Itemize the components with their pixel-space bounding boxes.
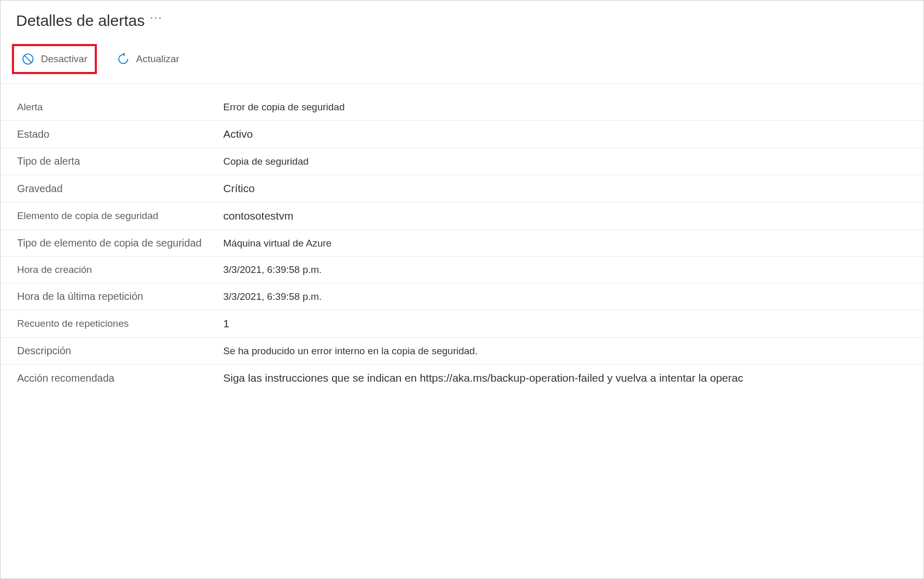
detail-value-last-repeat: 3/3/2021, 6:39:58 p.m. <box>218 291 322 302</box>
refresh-icon <box>117 52 130 66</box>
detail-label-backup-item: Elemento de copia de seguridad <box>1 210 218 222</box>
detail-row-backup-item: Elemento de copia de seguridad contosote… <box>1 202 923 230</box>
detail-value-state: Activo <box>218 128 253 140</box>
detail-value-alert-type: Copia de seguridad <box>218 156 309 167</box>
detail-row-recommended-action: Acción recomendada Siga las instruccione… <box>1 365 923 392</box>
detail-value-recommended-action: Siga las instrucciones que se indican en… <box>218 372 743 384</box>
detail-label-backup-item-type: Tipo de elemento de copia de seguridad <box>1 237 218 249</box>
page-title-text: Detalles de alertas <box>16 12 145 30</box>
detail-label-alert-type: Tipo de alerta <box>1 155 218 167</box>
detail-label-repeat-count: Recuento de repeticiones <box>1 318 218 329</box>
detail-row-state: Estado Activo <box>1 121 923 148</box>
detail-value-description: Se ha producido un error interno en la c… <box>218 345 478 357</box>
detail-value-creation-time: 3/3/2021, 6:39:58 p.m. <box>218 264 322 276</box>
detail-row-repeat-count: Recuento de repeticiones 1 <box>1 310 923 338</box>
detail-row-alert: Alerta Error de copia de seguridad <box>1 94 923 121</box>
refresh-button[interactable]: Actualizar <box>111 49 184 69</box>
detail-value-severity: Crítico <box>218 182 255 195</box>
detail-value-repeat-count: 1 <box>218 317 229 330</box>
page-title: Detalles de alertas ··· <box>16 12 908 30</box>
detail-row-severity: Gravedad Crítico <box>1 175 923 202</box>
page-header: Detalles de alertas ··· <box>1 1 923 35</box>
detail-label-severity: Gravedad <box>1 183 218 195</box>
toolbar: Desactivar Actualizar <box>1 35 923 84</box>
detail-value-alert: Error de copia de seguridad <box>218 102 344 113</box>
detail-label-state: Estado <box>1 128 218 140</box>
detail-row-last-repeat: Hora de la última repetición 3/3/2021, 6… <box>1 283 923 310</box>
details-table: Alerta Error de copia de seguridad Estad… <box>1 84 923 392</box>
detail-row-creation-time: Hora de creación 3/3/2021, 6:39:58 p.m. <box>1 257 923 283</box>
deactivate-button-label: Desactivar <box>41 53 88 65</box>
detail-value-backup-item-type: Máquina virtual de Azure <box>218 238 331 249</box>
refresh-button-label: Actualizar <box>136 53 179 65</box>
svg-line-1 <box>25 56 32 63</box>
detail-value-backup-item: contosotestvm <box>218 210 293 222</box>
detail-row-alert-type: Tipo de alerta Copia de seguridad <box>1 148 923 175</box>
detail-label-recommended-action: Acción recomendada <box>1 372 218 384</box>
detail-label-description: Descripción <box>1 345 218 357</box>
detail-label-creation-time: Hora de creación <box>1 264 218 276</box>
more-icon[interactable]: ··· <box>150 11 162 24</box>
detail-row-backup-item-type: Tipo de elemento de copia de seguridad M… <box>1 230 923 257</box>
detail-label-alert: Alerta <box>1 102 218 113</box>
deactivate-button[interactable]: Desactivar <box>12 44 97 74</box>
detail-label-last-repeat: Hora de la última repetición <box>1 291 218 302</box>
detail-row-description: Descripción Se ha producido un error int… <box>1 338 923 365</box>
block-icon <box>21 52 35 66</box>
